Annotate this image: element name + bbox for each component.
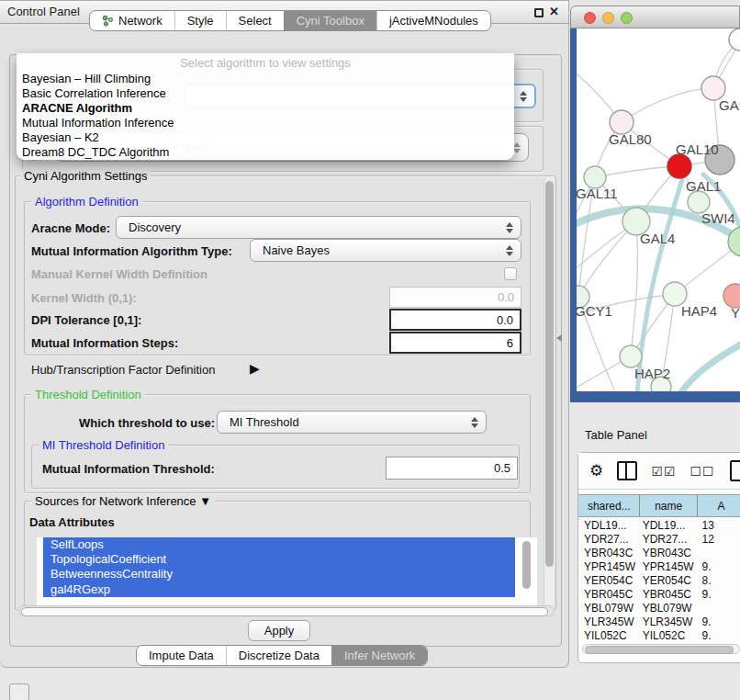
table-row[interactable]: YBR045CYBR045C9. <box>578 587 740 601</box>
mi-steps-field[interactable]: 6 <box>389 332 521 354</box>
table-row[interactable]: YLR345WYLR345W9. <box>578 615 740 628</box>
kernel-width-field[interactable]: 0.0 <box>389 287 521 308</box>
table-row[interactable]: YER054CYER054C8. <box>578 573 740 587</box>
node-partial-top[interactable] <box>729 28 740 51</box>
settings-hscrollbar[interactable] <box>18 605 555 616</box>
algorithm-list: Bayesian – Hill ClimbingBasic Correlatio… <box>17 72 514 159</box>
algorithm-option[interactable]: Bayesian – K2 <box>17 130 514 145</box>
tab-cyni-toolbox[interactable]: Cyni Toolbox <box>284 11 376 30</box>
tab-style[interactable]: Style <box>174 11 226 30</box>
table-cell: YBL079W <box>578 602 641 615</box>
collapsed-panel-icon[interactable] <box>9 683 29 700</box>
zoom-traffic-icon[interactable] <box>621 12 633 24</box>
mi-type-combo[interactable]: Naive Bayes <box>250 239 521 262</box>
table-cell: YDL19... <box>641 519 695 532</box>
hub-section-label[interactable]: Hub/Transcription Factor Definition <box>31 363 215 377</box>
close-icon[interactable]: ✕ <box>549 5 559 18</box>
dpi-tolerance-field[interactable]: 0.0 <box>389 309 521 331</box>
table-cell: 12 <box>695 533 740 546</box>
panel-title: Control Panel <box>7 5 80 18</box>
network-edge <box>673 342 740 391</box>
combo-arrows-icon <box>506 222 513 233</box>
mi-type-value: Naive Bayes <box>263 243 330 257</box>
table-row[interactable]: YDL19...YDL19...13 <box>578 518 740 532</box>
settings-hscrollbar-thumb[interactable] <box>21 607 548 616</box>
network-view-window: GALGAL80GAL10GAL1GAL11SWI4GAL4GCY1HAP4YH… <box>570 6 740 402</box>
minimize-traffic-icon[interactable] <box>602 12 614 24</box>
panel-divider-arrow-icon[interactable] <box>556 334 562 342</box>
node-label-gcy1: GCY1 <box>577 303 612 319</box>
algorithm-dropdown-popup: Select algorithm to view settings Bayesi… <box>17 53 514 160</box>
combo-arrows-icon <box>520 91 527 102</box>
algorithm-option[interactable]: Mutual Information Inference <box>17 116 514 130</box>
tab-jactivemnodules[interactable]: jActiveMNodules <box>376 11 490 30</box>
collapse-arrow-icon[interactable]: ▶ <box>250 361 260 376</box>
algorithm-option[interactable]: ARACNE Algorithm <box>17 101 514 116</box>
network-icon <box>102 15 114 27</box>
tab-network[interactable]: Network <box>90 11 174 30</box>
tab-impute-data[interactable]: Impute Data <box>137 646 226 665</box>
data-attributes-label: Data Attributes <box>29 515 115 529</box>
document-icon[interactable] <box>730 460 740 481</box>
table-panel-title: Table Panel <box>585 428 647 442</box>
node-label-gal1: GAL1 <box>686 178 721 194</box>
threshold-definition-title: Threshold Definition <box>31 388 145 401</box>
node-label-hap4: HAP4 <box>681 303 717 319</box>
tab-select[interactable]: Select <box>226 11 284 30</box>
unchecked-pair-icon[interactable]: ☐☐ <box>690 464 715 479</box>
table-cell: 8. <box>695 574 740 587</box>
tab-infer-network[interactable]: Infer Network <box>331 646 427 665</box>
table-cell: 9. <box>695 588 740 601</box>
aracne-mode-combo[interactable]: Discovery <box>116 216 521 239</box>
close-traffic-icon[interactable] <box>584 12 596 24</box>
table-cell: YIL052C <box>578 629 641 641</box>
settings-icon[interactable]: ⚙ <box>589 461 603 480</box>
tab-label: Select <box>239 14 272 28</box>
apply-button[interactable]: Apply <box>248 620 310 641</box>
table-hscrollbar[interactable] <box>582 644 740 654</box>
tab-discretize-data[interactable]: Discretize Data <box>226 646 331 665</box>
table-cell: YBR045C <box>641 588 695 601</box>
table-row[interactable]: YDR27...YDR27...12 <box>578 532 740 546</box>
attributes-scrollbar-thumb[interactable] <box>522 541 531 589</box>
node-gal1[interactable] <box>667 154 691 178</box>
expand-arrow-icon[interactable]: ▼ <box>199 494 211 508</box>
attribute-item[interactable]: SelfLoops <box>43 537 515 552</box>
node-label-gal10: GAL10 <box>676 141 719 157</box>
table-row[interactable]: YIL052CYIL052C9. <box>578 628 740 640</box>
table-hscrollbar-thumb[interactable] <box>585 646 734 654</box>
table-row[interactable]: YPR145WYPR145W9. <box>578 559 740 573</box>
table-cell: 9. <box>695 629 740 641</box>
mi-steps-label: Mutual Information Steps: <box>31 336 178 350</box>
checked-pair-icon[interactable]: ☑☑ <box>651 464 676 479</box>
table-cell: YLR345W <box>578 615 641 628</box>
aracne-mode-label: Aracne Mode: <box>31 221 110 235</box>
attribute-item[interactable]: gal4RGexp <box>43 582 515 597</box>
data-attributes-list: SelfLoopsTopologicalCoefficientBetweenne… <box>37 537 537 605</box>
float-window-icon[interactable] <box>534 8 544 17</box>
which-threshold-combo[interactable]: MI Threshold <box>217 411 487 434</box>
cyni-bottom-tabbar: Impute DataDiscretize DataInfer Network <box>136 645 428 666</box>
algorithm-option[interactable]: Dream8 DC_TDC Algorithm <box>17 145 514 160</box>
network-canvas[interactable]: GALGAL80GAL10GAL1GAL11SWI4GAL4GCY1HAP4YH… <box>577 28 740 391</box>
manual-kernel-checkbox[interactable] <box>504 267 517 280</box>
column-header[interactable]: A <box>698 495 740 516</box>
table-cell: YBR043C <box>641 547 695 559</box>
settings-scrollbar-thumb[interactable] <box>545 181 554 567</box>
column-header[interactable]: name <box>640 495 697 516</box>
mi-threshold-field[interactable]: 0.5 <box>386 457 518 480</box>
algorithm-option[interactable]: Bayesian – Hill Climbing <box>17 72 514 86</box>
tab-label: Network <box>118 14 163 28</box>
mi-type-label: Mutual Information Algorithm Type: <box>31 244 232 258</box>
table-cell: YPR145W <box>578 560 641 573</box>
attribute-item[interactable]: BetweennessCentrality <box>43 567 515 581</box>
cyni-settings-title: Cyni Algorithm Settings <box>20 169 151 183</box>
column-header[interactable]: shared... <box>578 495 640 516</box>
node-hap2[interactable] <box>620 345 642 367</box>
split-columns-icon[interactable] <box>617 461 637 480</box>
table-row[interactable]: YBL079WYBL079W <box>578 601 740 615</box>
attribute-item[interactable]: TopologicalCoefficient <box>43 552 515 567</box>
algorithm-option[interactable]: Basic Correlation Inference <box>17 86 514 101</box>
table-row[interactable]: YBR043CYBR043C <box>578 546 740 559</box>
settings-scrollbar[interactable] <box>544 177 555 609</box>
